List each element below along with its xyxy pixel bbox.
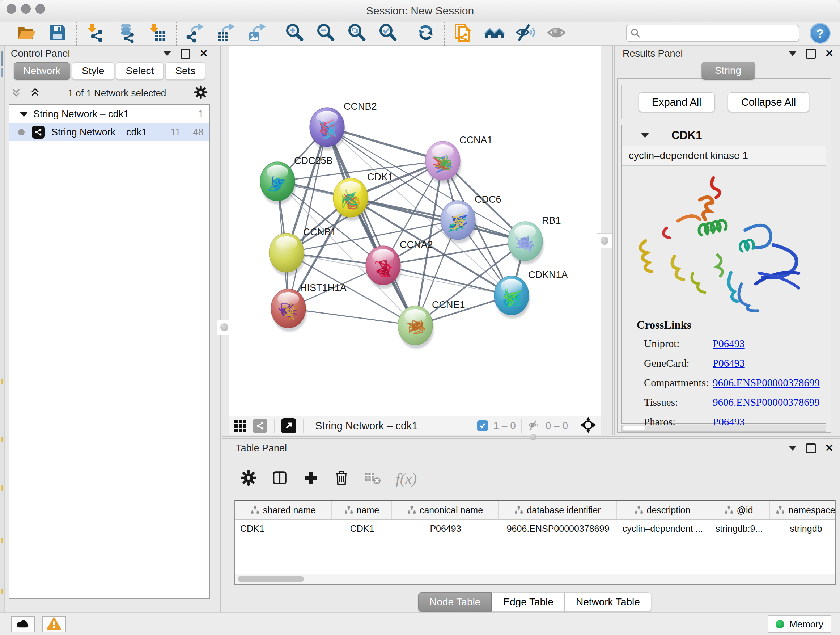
export-network-button[interactable] — [180, 22, 210, 44]
add-column-icon[interactable] — [302, 470, 319, 488]
column-header[interactable]: shared name — [235, 501, 332, 519]
cloud-status-button[interactable] — [11, 616, 35, 632]
splitter-handle[interactable] — [530, 434, 537, 440]
panel-float-icon[interactable] — [180, 49, 190, 59]
table-horizontal-scrollbar[interactable] — [235, 574, 835, 584]
column-header[interactable]: description — [617, 501, 708, 519]
fit-content-button[interactable] — [341, 22, 373, 44]
panel-close-icon[interactable]: ✕ — [200, 49, 208, 59]
vertical-splitter[interactable] — [612, 46, 613, 435]
column-header[interactable]: canonical name — [392, 501, 499, 519]
collapse-all-button[interactable]: Collapse All — [728, 92, 810, 112]
splitter-handle[interactable] — [597, 233, 612, 249]
tab-node-table[interactable]: Node Table — [418, 592, 492, 612]
table-row[interactable]: CDK1CDK1P064939606.ENSP00000378699cyclin… — [235, 520, 835, 537]
tab-style[interactable]: Style — [72, 62, 114, 80]
warnings-button[interactable] — [42, 616, 66, 632]
show-all-button[interactable] — [541, 22, 572, 44]
panel-menu-icon[interactable] — [789, 446, 797, 451]
network-node[interactable] — [441, 201, 477, 243]
panel-menu-icon[interactable] — [163, 51, 171, 56]
column-header[interactable]: name — [332, 501, 392, 519]
network-node[interactable] — [494, 276, 530, 318]
collapse-gene-icon[interactable] — [641, 133, 649, 138]
save-session-button[interactable] — [42, 22, 73, 44]
export-image-button[interactable] — [242, 22, 273, 44]
export-table-button[interactable] — [210, 22, 242, 44]
selected-checkbox-icon[interactable] — [477, 420, 488, 431]
import-network-file-button[interactable] — [80, 22, 111, 44]
network-selection-status: 1 of 1 Network selected — [49, 88, 186, 99]
crosslinks-list: Uniprot: P06493 GeneCard: P06493 Compart… — [622, 334, 826, 432]
column-header[interactable]: @id — [708, 501, 770, 519]
panel-close-icon[interactable]: ✕ — [825, 443, 834, 453]
network-node[interactable] — [309, 108, 346, 150]
search-input[interactable] — [626, 25, 799, 42]
table-cell[interactable]: CDK1 — [332, 524, 392, 534]
panel-float-icon[interactable] — [806, 49, 816, 59]
network-node[interactable] — [260, 162, 296, 204]
birds-eye-view-icon[interactable] — [234, 420, 246, 432]
clone-network-button[interactable] — [448, 22, 479, 44]
hide-selected-button[interactable] — [510, 22, 541, 44]
table-cell[interactable]: cyclin–dependent ... — [617, 524, 708, 534]
crosslink-link[interactable]: P06493 — [713, 357, 745, 369]
network-node[interactable] — [508, 222, 544, 264]
zoom-in-button[interactable] — [279, 22, 310, 44]
scrollbar-thumb[interactable] — [238, 576, 304, 582]
network-node[interactable] — [271, 289, 307, 332]
panel-menu-icon[interactable] — [789, 51, 797, 56]
network-row[interactable]: String Network – cdk1 11 48 — [9, 123, 210, 141]
crosslink-link[interactable]: P06493 — [713, 338, 745, 350]
network-graph[interactable]: CCNB2CCNA1CDC25BCDK1CDC6RB1CCNB1CCNA2CDK… — [229, 46, 601, 416]
tab-select[interactable]: Select — [116, 62, 164, 80]
import-network-database-button[interactable] — [111, 22, 142, 44]
collapse-all-networks-icon[interactable] — [30, 87, 41, 99]
zoom-selected-button[interactable] — [373, 22, 404, 44]
panel-float-icon[interactable] — [806, 443, 816, 453]
crosslink-link[interactable]: 9606.ENSP00000378699 — [713, 396, 820, 409]
network-node[interactable] — [398, 306, 434, 348]
open-in-window-icon[interactable] — [281, 418, 296, 433]
help-button[interactable]: ? — [810, 23, 831, 44]
column-header[interactable]: namespace — [770, 501, 836, 519]
column-header[interactable]: database identifier — [499, 501, 617, 519]
crosshair-icon[interactable] — [580, 417, 596, 434]
apply-layout-button[interactable] — [410, 22, 441, 44]
tab-string[interactable]: String — [701, 62, 755, 80]
splitter-handle[interactable] — [217, 320, 232, 335]
network-edge — [383, 265, 512, 295]
tree-expand-icon[interactable] — [19, 111, 28, 117]
gene-header[interactable]: CDK1 — [622, 125, 826, 146]
tab-network-table[interactable]: Network Table — [565, 592, 651, 612]
expand-all-button[interactable]: Expand All — [638, 92, 715, 112]
results-horizontal-scrollbar[interactable] — [622, 425, 826, 432]
table-cell[interactable]: stringdb — [770, 524, 836, 534]
gear-icon[interactable] — [194, 85, 208, 101]
crosslink-link[interactable]: 9606.ENSP00000378699 — [713, 377, 820, 389]
memory-button[interactable]: Memory — [767, 615, 831, 633]
zoom-out-button[interactable] — [310, 22, 341, 44]
network-type-icon[interactable] — [253, 418, 267, 433]
show-columns-icon[interactable] — [271, 470, 288, 488]
delete-column-icon[interactable] — [333, 470, 349, 488]
expand-all-networks-icon[interactable] — [11, 87, 22, 99]
home-button[interactable] — [479, 22, 510, 44]
table-cell[interactable]: P06493 — [392, 524, 499, 534]
network-node[interactable] — [366, 246, 401, 288]
panel-close-icon[interactable]: ✕ — [825, 49, 834, 59]
network-view-canvas[interactable]: CCNB2CCNA1CDC25BCDK1CDC6RB1CCNB1CCNA2CDK… — [229, 46, 601, 416]
table-cell[interactable]: stringdb:9... — [708, 524, 770, 534]
tab-network[interactable]: Network — [14, 62, 71, 80]
open-session-button[interactable] — [11, 22, 42, 44]
network-collection-row[interactable]: String Network – cdk1 1 — [9, 105, 210, 123]
tab-edge-table[interactable]: Edge Table — [492, 592, 565, 612]
network-node[interactable] — [333, 178, 369, 221]
table-cell[interactable]: CDK1 — [235, 524, 332, 534]
import-table-button[interactable] — [142, 22, 173, 44]
tab-sets[interactable]: Sets — [165, 62, 205, 80]
network-node[interactable] — [425, 141, 461, 184]
network-node[interactable] — [269, 233, 305, 276]
table-cell[interactable]: 9606.ENSP00000378699 — [499, 524, 617, 534]
table-settings-gear-icon[interactable] — [240, 470, 257, 488]
